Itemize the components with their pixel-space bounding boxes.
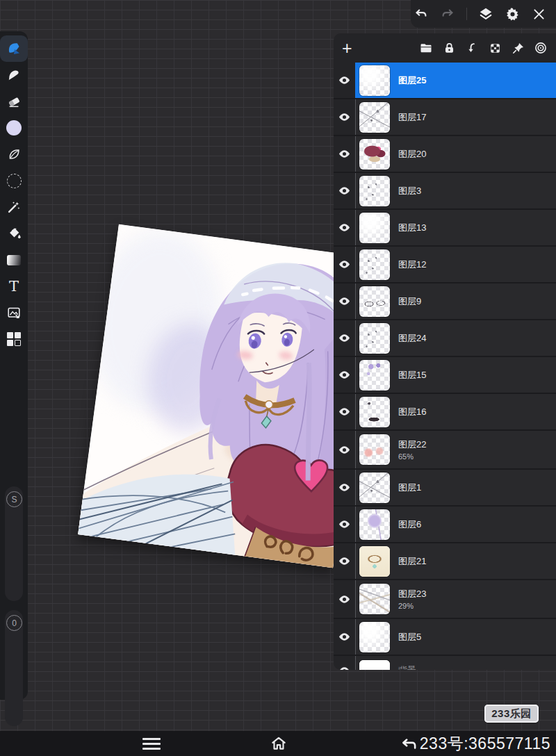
layer-row-main[interactable]: 图层16 (355, 394, 556, 429)
layer-visibility-toggle[interactable] (334, 543, 355, 579)
canvas-tiles-icon (7, 332, 21, 346)
layer-row[interactable]: 图层23 29% (334, 580, 556, 619)
layer-name: 图层9 (398, 295, 421, 308)
layer-row-main[interactable]: 图层23 29% (355, 580, 556, 618)
eye-icon (338, 221, 351, 234)
layer-name: 图层12 (398, 258, 426, 271)
layer-row-main[interactable]: 图层25 (355, 63, 556, 98)
layer-row[interactable]: 图层5 (334, 619, 556, 656)
pin-icon[interactable] (511, 41, 525, 55)
eye-icon (338, 295, 351, 308)
layer-row[interactable]: 图层9 (334, 284, 556, 320)
layer-thumbnail (359, 213, 390, 243)
eye-icon (338, 664, 351, 671)
top-action-bar (411, 0, 556, 28)
layer-visibility-toggle[interactable] (334, 656, 355, 670)
layer-name: 图层3 (398, 185, 421, 197)
close-icon[interactable] (531, 6, 546, 22)
gradient-tool[interactable] (0, 247, 28, 273)
smudge-tool[interactable] (0, 62, 28, 88)
brush-opacity-slider[interactable]: 0 (5, 610, 23, 726)
back-icon[interactable] (400, 734, 418, 753)
layer-visibility-toggle[interactable] (334, 619, 355, 655)
layer-row[interactable]: 图层16 (334, 394, 556, 431)
fill-bucket-tool[interactable] (0, 220, 28, 247)
layer-row-main[interactable]: 图层1 (355, 470, 556, 505)
layer-visibility-toggle[interactable] (334, 247, 355, 282)
drawing-canvas[interactable] (78, 224, 374, 568)
layer-row[interactable]: 图层15 (334, 357, 556, 394)
layer-name: 图层16 (398, 406, 426, 418)
menu-icon[interactable] (142, 738, 161, 750)
layer-row-main[interactable]: 背景 (355, 656, 556, 670)
layer-row[interactable]: 图层25 (334, 63, 556, 99)
layer-row[interactable]: 图层17 (334, 99, 556, 136)
merge-down-icon[interactable] (465, 41, 479, 55)
add-layer-icon[interactable]: + (342, 40, 352, 57)
layer-visibility-toggle[interactable] (334, 210, 355, 245)
layer-row-main[interactable]: 图层21 (355, 543, 556, 579)
layer-row[interactable]: 图层21 (334, 543, 556, 580)
layer-row[interactable]: 图层24 (334, 320, 556, 357)
eraser-tool[interactable] (0, 88, 28, 115)
paint-brush-tool[interactable] (0, 35, 28, 62)
checkerboard-icon[interactable] (488, 41, 502, 55)
layer-row-main[interactable]: 图层24 (355, 320, 556, 356)
layer-row[interactable]: 图层1 (334, 470, 556, 507)
settings-gear-icon[interactable] (505, 6, 520, 22)
brush-size-slider[interactable]: S (5, 486, 23, 601)
tool-sidebar: T S 0 (0, 31, 28, 700)
layer-row-main[interactable]: 图层6 (355, 507, 556, 542)
layer-visibility-toggle[interactable] (334, 136, 355, 172)
layer-row-main[interactable]: 图层3 (355, 173, 556, 208)
layer-visibility-toggle[interactable] (334, 284, 355, 319)
layer-name: 图层20 (398, 148, 426, 161)
folder-icon[interactable] (419, 41, 433, 55)
layers-stack-icon[interactable] (478, 6, 493, 22)
lock-icon[interactable] (442, 41, 456, 55)
layer-visibility-toggle[interactable] (334, 394, 355, 429)
text-tool[interactable]: T (0, 273, 28, 299)
layer-visibility-toggle[interactable] (334, 99, 355, 135)
layer-visibility-toggle[interactable] (334, 507, 355, 542)
layer-row[interactable]: 背景 (334, 656, 556, 670)
layer-visibility-toggle[interactable] (334, 580, 355, 618)
layer-visibility-toggle[interactable] (334, 173, 355, 208)
lasso-select-tool[interactable] (0, 167, 28, 194)
layer-row-main[interactable]: 图层5 (355, 619, 556, 655)
layer-thumbnail (359, 102, 390, 133)
layer-row[interactable]: 图层22 65% (334, 431, 556, 470)
canvas-tiles-tool[interactable] (0, 326, 28, 352)
layer-visibility-toggle[interactable] (334, 320, 355, 356)
magic-wand-tool[interactable] (0, 194, 28, 220)
layer-row[interactable]: 图层6 (334, 507, 556, 543)
layer-row-main[interactable]: 图层9 (355, 284, 556, 319)
layer-visibility-toggle[interactable] (334, 431, 355, 468)
redo-icon[interactable] (440, 6, 455, 22)
layer-row-main[interactable]: 图层17 (355, 99, 556, 135)
layer-row-main[interactable]: 图层12 (355, 247, 556, 282)
home-icon[interactable] (270, 734, 288, 753)
slider-knob-s[interactable]: S (6, 491, 22, 507)
layer-row[interactable]: 图层20 (334, 136, 556, 173)
slider-knob-0[interactable]: 0 (6, 615, 22, 631)
layer-row-main[interactable]: 图层15 (355, 357, 556, 393)
layer-row[interactable]: 图层3 (334, 173, 556, 210)
undo-icon[interactable] (414, 6, 429, 22)
layer-opacity: 65% (398, 452, 426, 461)
disc-icon[interactable] (534, 41, 548, 55)
eye-icon (338, 593, 351, 606)
artwork-anime-girl (78, 224, 374, 568)
eye-icon (338, 147, 351, 161)
color-swatch-tool[interactable] (0, 115, 28, 141)
layer-visibility-toggle[interactable] (334, 470, 355, 505)
layer-row[interactable]: 图层12 (334, 247, 556, 284)
layer-row-main[interactable]: 图层20 (355, 136, 556, 172)
layer-visibility-toggle[interactable] (334, 63, 355, 98)
import-image-tool[interactable] (0, 299, 28, 326)
layer-visibility-toggle[interactable] (334, 357, 355, 393)
leaf-brush-tool[interactable] (0, 141, 28, 167)
layer-row[interactable]: 图层13 (334, 210, 556, 247)
layer-row-main[interactable]: 图层13 (355, 210, 556, 245)
layer-row-main[interactable]: 图层22 65% (355, 431, 556, 468)
